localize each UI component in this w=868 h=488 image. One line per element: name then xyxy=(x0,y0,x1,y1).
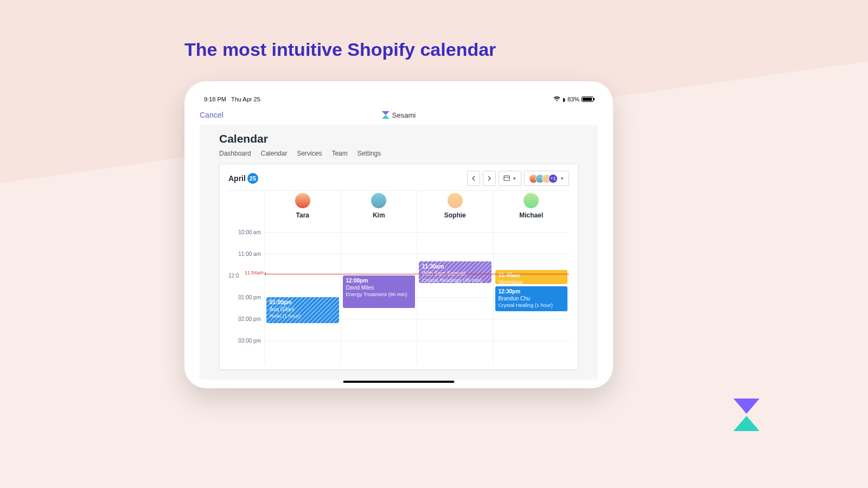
column-header: Michael xyxy=(494,191,570,224)
columns: 11:54am Tara 01:00pm Ava Gilani Reiki (1… xyxy=(264,191,569,364)
status-left: 9:18 PM Thu Apr 25 xyxy=(204,96,260,102)
cancel-button[interactable]: Cancel xyxy=(200,111,224,119)
time-label: 02:00 pm xyxy=(238,316,261,322)
time-label-partial: 12:0 xyxy=(228,273,239,279)
time-label: 03:00 pm xyxy=(238,338,261,344)
tab-services[interactable]: Services xyxy=(297,150,322,157)
event-time: 01:00pm xyxy=(270,299,336,306)
event-time: 11:45am xyxy=(499,272,565,279)
chevron-down-icon: ▼ xyxy=(512,176,516,181)
statusbar-time: 9:18 PM xyxy=(204,96,226,102)
event-name: Ava Gilani xyxy=(270,306,336,313)
person-name: Sophie xyxy=(444,211,466,219)
event-time: 11:30am xyxy=(422,264,488,271)
event-name: Veronique xyxy=(499,279,565,285)
page-body: Calendar Dashboard Calendar Services Tea… xyxy=(200,125,598,380)
event-detail: Reiki (1 hour) xyxy=(270,313,336,319)
avatar-group: +1 xyxy=(529,174,558,183)
column-header: Kim xyxy=(341,191,417,224)
now-indicator: 11:54am xyxy=(264,274,569,274)
column-tara: Tara 01:00pm Ava Gilani Reiki (1 hour) xyxy=(264,191,341,364)
avatar xyxy=(448,193,463,208)
time-label: 01:00 pm xyxy=(238,294,261,300)
event-michael-2[interactable]: 12:30pm Brandun Chu Crystal Healing (1 h… xyxy=(495,286,568,311)
chevron-down-icon: ▼ xyxy=(560,176,564,181)
event-detail: Crystal Readings (45 min) xyxy=(422,277,488,283)
next-button[interactable] xyxy=(483,171,496,186)
event-sophie[interactable]: 11:30am With Sam Samuel Crystal Readings… xyxy=(419,261,492,283)
brand: Sesami xyxy=(382,111,416,119)
avatar xyxy=(295,193,310,208)
time-label: 10:00 am xyxy=(238,229,261,235)
toolbar: ▼ +1 ▼ xyxy=(467,171,569,186)
team-filter[interactable]: +1 ▼ xyxy=(524,171,569,186)
prev-button[interactable] xyxy=(467,171,480,186)
event-detail: Crystal Healing (1 hour) xyxy=(499,302,565,309)
event-name: Brandun Chu xyxy=(499,296,565,303)
sesami-logo-icon xyxy=(733,399,760,431)
event-kim[interactable]: 12:00pm David Miles Energy Treatment (90… xyxy=(343,275,416,308)
event-time: 12:30pm xyxy=(499,288,565,296)
tab-calendar[interactable]: Calendar xyxy=(261,150,288,157)
column-header: Tara xyxy=(265,191,341,224)
event-michael-1[interactable]: 11:45am Veronique xyxy=(495,270,568,284)
event-tara[interactable]: 01:00pm Ava Gilani Reiki (1 hour) xyxy=(266,297,339,323)
status-bar: 9:18 PM Thu Apr 25 ◗ 83% xyxy=(200,94,598,104)
event-detail: Energy Treatment (90 min) xyxy=(346,291,412,298)
status-right: ◗ 83% xyxy=(553,96,593,102)
date-label: April 25 xyxy=(228,173,258,184)
column-sophie: Sophie 11:30am With Sam Samuel Crystal R… xyxy=(417,191,493,364)
tab-dashboard[interactable]: Dashboard xyxy=(219,150,251,157)
column-header: Sophie xyxy=(417,191,493,224)
battery-percent: 83% xyxy=(567,96,579,102)
brand-name: Sesami xyxy=(392,111,416,119)
tab-team[interactable]: Team xyxy=(331,150,347,157)
time-column: 10:00 am 11:00 am 12:0 01:00 pm 02:00 pm… xyxy=(228,191,264,364)
brand-logo-icon xyxy=(382,111,390,119)
event-name: David Miles xyxy=(346,285,412,292)
now-time: 11:54am xyxy=(244,270,265,275)
headline: The most intuitive Shopify calendar xyxy=(184,39,496,60)
nav-tabs: Dashboard Calendar Services Team Setting… xyxy=(219,150,578,157)
statusbar-date: Thu Apr 25 xyxy=(231,96,260,102)
event-time: 12:00pm xyxy=(346,278,412,285)
person-name: Kim xyxy=(373,211,385,219)
tab-settings[interactable]: Settings xyxy=(358,150,381,157)
tablet-frame: 9:18 PM Thu Apr 25 ◗ 83% Cancel Sesami C… xyxy=(184,81,613,388)
calendar-icon xyxy=(503,175,510,183)
time-label: 11:00 am xyxy=(238,251,261,257)
calendar-grid: 10:00 am 11:00 am 12:0 01:00 pm 02:00 pm… xyxy=(228,191,569,364)
svg-rect-0 xyxy=(504,176,509,181)
avatar xyxy=(371,193,386,208)
battery-icon xyxy=(582,97,593,102)
app-navbar: Cancel Sesami xyxy=(200,106,598,124)
person-name: Michael xyxy=(519,211,543,219)
column-michael: Michael 11:45am Veronique 12:30pm Brandu… xyxy=(493,191,570,364)
wifi-icon xyxy=(553,96,560,102)
calendar-card: April 25 ▼ +1 xyxy=(219,164,578,370)
card-header: April 25 ▼ +1 xyxy=(228,171,569,191)
column-kim: Kim 12:00pm David Miles Energy Treatment… xyxy=(341,191,417,364)
avatar xyxy=(524,193,539,208)
dnd-icon: ◗ xyxy=(563,97,565,102)
avatar-overflow: +1 xyxy=(548,174,558,183)
person-name: Tara xyxy=(296,211,309,219)
page-title: Calendar xyxy=(219,132,578,145)
month-label: April xyxy=(228,174,246,183)
view-picker[interactable]: ▼ xyxy=(499,171,521,186)
day-chip: 25 xyxy=(247,173,258,184)
